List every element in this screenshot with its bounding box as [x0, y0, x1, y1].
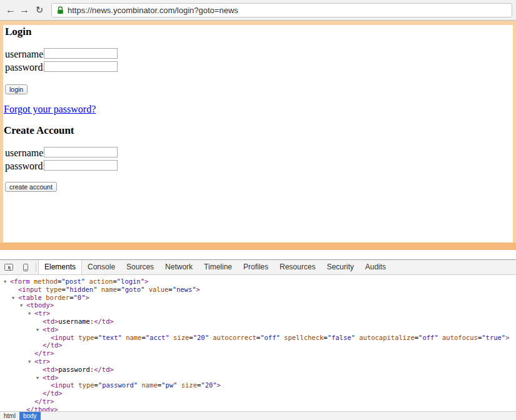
create-account-heading: Create Account [4, 124, 74, 137]
device-phone-icon [21, 262, 31, 272]
devtools-tree-line[interactable]: ▼<tbody> [0, 301, 516, 309]
devtools-tree-line[interactable]: <input type="password" name="pw" size="2… [0, 381, 516, 389]
devtools-tab-timeline[interactable]: Timeline [198, 260, 238, 274]
address-bar[interactable]: https://news.ycombinator.com/login?goto=… [51, 3, 512, 18]
toolbar-separator [36, 262, 36, 272]
expand-arrow-icon[interactable]: ▼ [20, 302, 26, 310]
screen: ← → ↻ https://news.ycombinator.com/login… [0, 0, 516, 420]
devtools-tab-network[interactable]: Network [159, 260, 198, 274]
margin-highlight-top [0, 21, 516, 25]
devtools-tab-profiles[interactable]: Profiles [238, 260, 274, 274]
expand-arrow-icon[interactable]: ▼ [36, 326, 43, 334]
login-username-label: username: [5, 49, 46, 60]
devtools-tab-sources[interactable]: Sources [121, 260, 159, 274]
devtools-tree-line[interactable]: <input type="text" name="acct" size="20"… [0, 334, 516, 342]
devtools-tree-line[interactable]: <input type="hidden" name="goto" value="… [0, 286, 516, 294]
create-account-button[interactable]: create account [5, 182, 57, 192]
login-heading: Login [5, 26, 32, 38]
devtools-panel: ElementsConsoleSourcesNetworkTimelinePro… [0, 259, 516, 420]
breadcrumb-item-html[interactable]: html [0, 412, 19, 420]
login-password-label: password: [5, 62, 46, 73]
create-username-label: username: [5, 148, 46, 159]
devtools-tree-line[interactable]: </td> [0, 389, 516, 398]
margin-highlight-left [0, 21, 3, 250]
inspect-cursor-icon [4, 262, 14, 272]
expand-arrow-icon[interactable]: ▼ [4, 278, 10, 286]
devtools-breadcrumb: htmlbody [0, 411, 516, 420]
breadcrumb-item-body[interactable]: body [19, 412, 41, 420]
forgot-password-link[interactable]: Forgot your password? [4, 104, 96, 115]
inspect-element-button[interactable] [0, 260, 17, 274]
devtools-tabs: ElementsConsoleSourcesNetworkTimelinePro… [38, 260, 392, 274]
expand-arrow-icon[interactable]: ▼ [28, 310, 34, 318]
login-password-input[interactable] [44, 61, 118, 72]
devtools-tree-line[interactable]: <td>username:</td> [0, 318, 516, 326]
devtools-tree-line[interactable]: ▼<tr> [0, 358, 516, 366]
devtools-tree-line[interactable]: </tr> [0, 398, 516, 406]
devtools-tree-line[interactable]: </td> [0, 341, 516, 349]
devtools-tree-line[interactable]: ▼<table border="0"> [0, 294, 516, 302]
devtools-toolbar: ElementsConsoleSourcesNetworkTimelinePro… [0, 260, 516, 275]
url-text: https://news.ycombinator.com/login?goto=… [68, 6, 238, 15]
devtools-tab-console[interactable]: Console [82, 260, 121, 274]
devtools-tab-audits[interactable]: Audits [360, 260, 392, 274]
margin-highlight-right [513, 21, 516, 250]
expand-arrow-icon[interactable]: ▼ [36, 374, 43, 382]
create-password-input[interactable] [44, 160, 118, 171]
margin-highlight-bottom [0, 242, 516, 250]
reload-button[interactable]: ↻ [33, 3, 46, 17]
create-username-input[interactable] [44, 147, 118, 158]
devtools-tree-line[interactable]: </tr> [0, 349, 516, 358]
login-username-input[interactable] [44, 48, 118, 59]
devtools-tree-line[interactable]: ▼<form method="post" action="login"> [0, 278, 516, 286]
devtools-tab-resources[interactable]: Resources [274, 260, 321, 274]
devtools-tab-elements[interactable]: Elements [38, 260, 82, 274]
expand-arrow-icon[interactable]: ▼ [28, 358, 34, 366]
devtools-tree-line[interactable]: ▼<td> [0, 326, 516, 334]
devtools-tree-line[interactable]: <td>password:</td> [0, 366, 516, 374]
devtools-tree: ▼<form method="post" action="login"><inp… [0, 275, 516, 411]
browser-toolbar: ← → ↻ https://news.ycombinator.com/login… [0, 0, 516, 21]
expand-arrow-icon[interactable]: ▼ [12, 294, 18, 302]
ssl-lock-icon [57, 6, 64, 14]
devtools-tab-security[interactable]: Security [321, 260, 359, 274]
forward-button[interactable]: → [18, 3, 31, 17]
back-button[interactable]: ← [4, 3, 18, 17]
login-button[interactable]: login [5, 84, 28, 94]
devtools-tree-line[interactable]: ▼<td> [0, 374, 516, 382]
device-toolbar-button[interactable] [17, 260, 34, 274]
devtools-tree-line[interactable]: </tbody> [0, 406, 516, 411]
devtools-tree-line[interactable]: ▼<tr> [0, 309, 516, 318]
hn-login-page: Login username: password: login Forgot y… [0, 21, 516, 259]
create-password-label: password: [5, 161, 46, 172]
